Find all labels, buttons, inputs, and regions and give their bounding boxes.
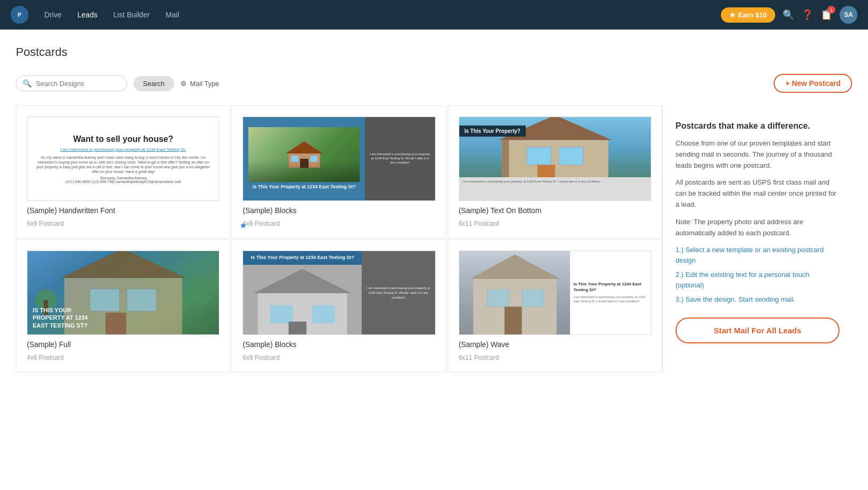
card-image: IS THIS YOURPROPERTY AT 1234East Testing… bbox=[27, 251, 219, 335]
sidebar-step-2: 2.) Edit the existing text for a persona… bbox=[676, 270, 840, 290]
svg-marker-3 bbox=[286, 141, 323, 153]
list-item[interactable]: Is This Your Property? I am interested i… bbox=[448, 105, 662, 238]
notification-badge: 1 bbox=[827, 6, 835, 14]
toolbar: 🔍 Search ⚙ Mail Type + New Postcard bbox=[16, 74, 852, 93]
svg-rect-5 bbox=[291, 156, 298, 162]
card-subtitle: 4x6 Postcard bbox=[27, 354, 219, 361]
nav-link-drive[interactable]: Drive bbox=[44, 11, 62, 19]
search-icon: 🔍 bbox=[23, 79, 32, 88]
starred-icon: ★ bbox=[239, 220, 247, 230]
cards-grid: Want to sell your house? I am interested… bbox=[16, 105, 662, 372]
main-content: Postcards 🔍 Search ⚙ Mail Type + New Pos… bbox=[0, 30, 868, 490]
filter-icon: ⚙ bbox=[180, 80, 187, 88]
svg-rect-34 bbox=[504, 306, 522, 334]
help-icon[interactable]: ❓ bbox=[802, 9, 813, 21]
list-item[interactable]: Is This Your Property at 1234 East Testi… bbox=[232, 239, 446, 372]
svg-text:P: P bbox=[18, 12, 22, 18]
card-subtitle: 6x9 Postcard bbox=[243, 354, 435, 361]
card-subtitle: 4x6 Postcard bbox=[243, 220, 435, 227]
nav-link-leads[interactable]: Leads bbox=[78, 11, 98, 19]
list-item[interactable]: Is This Your Property at 1234 East Testi… bbox=[448, 239, 662, 372]
svg-rect-4 bbox=[300, 159, 308, 168]
sidebar-heading: Postcards that make a difference. bbox=[676, 121, 840, 131]
card-subtitle: 6x11 Postcard bbox=[459, 220, 651, 227]
svg-rect-10 bbox=[526, 147, 551, 165]
sidebar: Postcards that make a difference. Choose… bbox=[662, 105, 852, 372]
search-button[interactable]: Search bbox=[133, 76, 174, 91]
card-title: (Sample) Text On Bottom bbox=[459, 206, 651, 215]
mail-type-filter[interactable]: ⚙ Mail Type bbox=[180, 80, 219, 88]
list-item[interactable]: Want to sell your house? I am interested… bbox=[16, 105, 230, 238]
svg-rect-11 bbox=[558, 147, 583, 165]
svg-rect-33 bbox=[522, 289, 544, 306]
svg-rect-28 bbox=[289, 321, 307, 335]
card-subtitle: 6x9 Postcard bbox=[27, 220, 219, 227]
svg-point-22 bbox=[192, 287, 210, 305]
sidebar-step-1: 1.) Select a new template or an existing… bbox=[676, 245, 840, 265]
svg-rect-18 bbox=[127, 289, 157, 311]
svg-rect-17 bbox=[90, 289, 120, 311]
search-icon[interactable]: 🔍 bbox=[783, 9, 794, 21]
star-icon: ★ bbox=[729, 11, 736, 19]
list-item[interactable]: Is This Your Property at 1234 East Testi… bbox=[232, 105, 446, 238]
new-postcard-button[interactable]: + New Postcard bbox=[774, 74, 852, 93]
svg-rect-13 bbox=[501, 140, 508, 177]
card-image: Want to sell your house? I am interested… bbox=[27, 117, 219, 201]
avatar[interactable]: SA bbox=[840, 6, 857, 24]
card-title: (Sample) Full bbox=[27, 340, 219, 349]
nav-link-mail[interactable]: Mail bbox=[166, 11, 179, 19]
search-input[interactable] bbox=[36, 80, 120, 88]
card-subtitle: 6x11 Postcard bbox=[459, 354, 651, 361]
card-image: Is This Your Property at 1234 East Testi… bbox=[243, 251, 435, 335]
sidebar-step-3: 3.) Save the design. Start sending mail. bbox=[676, 294, 840, 305]
navbar: P Drive Leads List Builder Mail ★ Earn $… bbox=[0, 0, 868, 30]
content-area: Want to sell your house? I am interested… bbox=[16, 105, 852, 372]
card-title: (Sample) Blocks bbox=[243, 206, 435, 215]
sidebar-para-3: Note: The property photo and address are… bbox=[676, 217, 840, 239]
card-image: Is This Your Property? I am interested i… bbox=[459, 117, 651, 201]
svg-rect-27 bbox=[312, 305, 335, 323]
svg-rect-19 bbox=[105, 313, 126, 334]
earn-button[interactable]: ★ Earn $10 bbox=[721, 7, 775, 23]
sidebar-para-1: Choose from one of our proven templates … bbox=[676, 138, 840, 171]
card-image: Is This Your Property at 1234 East Testi… bbox=[459, 251, 651, 335]
search-wrapper: 🔍 bbox=[16, 75, 127, 91]
card-image: Is This Your Property at 1234 East Testi… bbox=[243, 117, 435, 201]
start-mail-button[interactable]: Start Mail For All Leads bbox=[676, 318, 840, 343]
list-item[interactable]: IS THIS YOURPROPERTY AT 1234East Testing… bbox=[16, 239, 230, 372]
card-title: (Sample) Wave bbox=[459, 340, 651, 349]
nav-logo[interactable]: P bbox=[11, 6, 28, 24]
card-title: (Sample) Blocks bbox=[243, 340, 435, 349]
notifications-icon[interactable]: 📋 1 bbox=[821, 9, 832, 21]
sidebar-para-2: All postcards are sent as USPS first cla… bbox=[676, 177, 840, 210]
svg-rect-6 bbox=[310, 156, 317, 162]
svg-rect-32 bbox=[487, 289, 509, 306]
nav-link-list-builder[interactable]: List Builder bbox=[113, 11, 150, 19]
svg-rect-26 bbox=[270, 305, 293, 323]
page-title: Postcards bbox=[16, 45, 852, 59]
svg-rect-12 bbox=[537, 165, 555, 177]
card-title: (Sample) Handwritten Font bbox=[27, 206, 219, 215]
